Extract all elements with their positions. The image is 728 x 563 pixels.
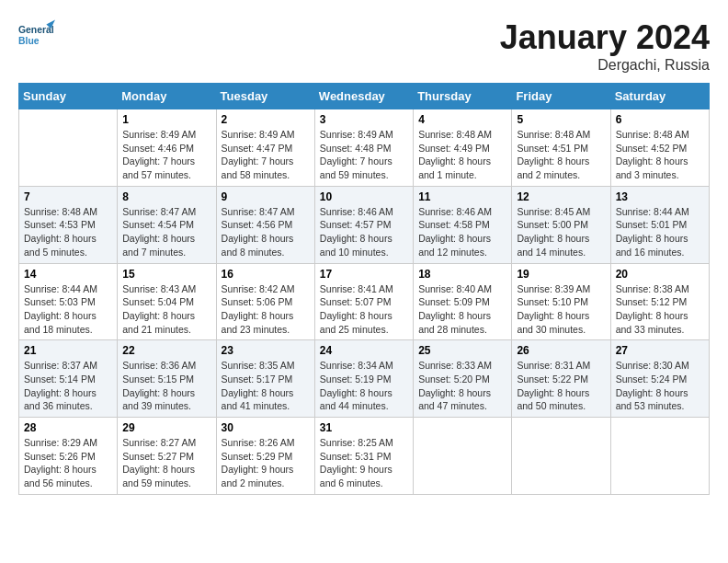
daylight: Daylight: 8 hours and 59 minutes.: [122, 464, 195, 488]
calendar-cell: 8 Sunrise: 8:47 AM Sunset: 4:54 PM Dayli…: [118, 186, 216, 263]
sunset: Sunset: 5:09 PM: [418, 296, 490, 307]
day-info: Sunrise: 8:48 AM Sunset: 4:52 PM Dayligh…: [616, 128, 704, 182]
day-info: Sunrise: 8:43 AM Sunset: 5:04 PM Dayligh…: [122, 282, 210, 337]
daylight: Daylight: 8 hours and 21 minutes.: [122, 310, 195, 335]
sunset: Sunset: 4:54 PM: [122, 219, 194, 230]
calendar-cell: 25 Sunrise: 8:33 AM Sunset: 5:20 PM Dayl…: [414, 340, 512, 418]
day-number: 12: [517, 190, 605, 203]
calendar-cell: 24 Sunrise: 8:34 AM Sunset: 5:19 PM Dayl…: [314, 340, 413, 418]
calendar-cell: 7 Sunrise: 8:48 AM Sunset: 4:53 PM Dayli…: [19, 186, 118, 263]
sunset: Sunset: 4:58 PM: [418, 219, 490, 230]
daylight: Daylight: 9 hours and 2 minutes.: [222, 464, 294, 488]
calendar-cell: 18 Sunrise: 8:40 AM Sunset: 5:09 PM Dayl…: [414, 263, 512, 340]
day-number: 18: [418, 268, 506, 281]
sunset: Sunset: 5:17 PM: [222, 373, 293, 385]
calendar-cell: 1 Sunrise: 8:49 AM Sunset: 4:46 PM Dayli…: [118, 109, 216, 187]
day-number: 7: [24, 190, 112, 203]
day-info: Sunrise: 8:48 AM Sunset: 4:49 PM Dayligh…: [418, 128, 506, 182]
sunrise: Sunrise: 8:37 AM: [24, 360, 97, 371]
day-info: Sunrise: 8:40 AM Sunset: 5:09 PM Dayligh…: [418, 282, 506, 337]
daylight: Daylight: 8 hours and 23 minutes.: [222, 310, 294, 335]
daylight: Daylight: 8 hours and 18 minutes.: [24, 310, 97, 335]
calendar-cell: 21 Sunrise: 8:37 AM Sunset: 5:14 PM Dayl…: [19, 340, 118, 418]
sunset: Sunset: 4:57 PM: [320, 219, 392, 230]
day-number: 17: [320, 268, 408, 281]
day-info: Sunrise: 8:35 AM Sunset: 5:17 PM Dayligh…: [222, 359, 310, 413]
day-number: 22: [122, 344, 210, 357]
daylight: Daylight: 8 hours and 44 minutes.: [320, 387, 392, 412]
day-number: 24: [320, 344, 408, 357]
day-info: Sunrise: 8:44 AM Sunset: 5:01 PM Dayligh…: [616, 205, 704, 259]
daylight: Daylight: 8 hours and 53 minutes.: [616, 387, 688, 412]
day-number: 6: [616, 113, 704, 126]
daylight: Daylight: 9 hours and 6 minutes.: [320, 464, 392, 488]
day-info: Sunrise: 8:47 AM Sunset: 4:54 PM Dayligh…: [122, 205, 210, 259]
sunrise: Sunrise: 8:29 AM: [24, 437, 97, 448]
day-number: 16: [222, 268, 310, 281]
day-info: Sunrise: 8:49 AM Sunset: 4:47 PM Dayligh…: [222, 128, 310, 182]
month-title: January 2024: [500, 18, 710, 57]
day-info: Sunrise: 8:25 AM Sunset: 5:31 PM Dayligh…: [320, 436, 408, 490]
calendar-cell: 19 Sunrise: 8:39 AM Sunset: 5:10 PM Dayl…: [512, 263, 610, 340]
day-number: 30: [222, 421, 310, 434]
sunset: Sunset: 5:00 PM: [517, 219, 588, 230]
calendar-week-row: 28 Sunrise: 8:29 AM Sunset: 5:26 PM Dayl…: [19, 418, 710, 495]
calendar-cell: 22 Sunrise: 8:36 AM Sunset: 5:15 PM Dayl…: [118, 340, 216, 418]
calendar-cell: 3 Sunrise: 8:49 AM Sunset: 4:48 PM Dayli…: [314, 109, 413, 187]
day-number: 14: [24, 268, 112, 281]
daylight: Daylight: 8 hours and 28 minutes.: [418, 310, 491, 335]
daylight: Daylight: 8 hours and 1 minute.: [418, 155, 491, 180]
sunrise: Sunrise: 8:49 AM: [222, 129, 295, 140]
calendar-cell: 13 Sunrise: 8:44 AM Sunset: 5:01 PM Dayl…: [610, 186, 709, 263]
daylight: Daylight: 8 hours and 12 minutes.: [418, 233, 491, 258]
sunset: Sunset: 5:10 PM: [517, 296, 588, 307]
day-number: 31: [320, 421, 408, 434]
daylight: Daylight: 8 hours and 47 minutes.: [418, 387, 491, 412]
page-header: General Blue January 2024 Dergachi, Russ…: [18, 18, 710, 74]
weekday-header-row: Sunday Monday Tuesday Wednesday Thursday…: [19, 84, 710, 109]
sunset: Sunset: 5:20 PM: [418, 373, 490, 385]
sunrise: Sunrise: 8:47 AM: [222, 206, 295, 217]
sunrise: Sunrise: 8:49 AM: [122, 129, 196, 140]
day-info: Sunrise: 8:41 AM Sunset: 5:07 PM Dayligh…: [320, 282, 408, 337]
header-sunday: Sunday: [19, 84, 118, 109]
sunset: Sunset: 5:22 PM: [517, 373, 588, 385]
calendar-cell: [610, 418, 709, 495]
sunrise: Sunrise: 8:35 AM: [222, 360, 295, 371]
day-info: Sunrise: 8:49 AM Sunset: 4:48 PM Dayligh…: [320, 128, 408, 182]
sunset: Sunset: 4:47 PM: [222, 143, 293, 154]
day-info: Sunrise: 8:38 AM Sunset: 5:12 PM Dayligh…: [616, 282, 704, 337]
day-info: Sunrise: 8:42 AM Sunset: 5:06 PM Dayligh…: [222, 282, 310, 337]
day-info: Sunrise: 8:33 AM Sunset: 5:20 PM Dayligh…: [418, 359, 506, 413]
day-info: Sunrise: 8:44 AM Sunset: 5:03 PM Dayligh…: [24, 282, 112, 337]
day-number: 10: [320, 190, 408, 203]
calendar-cell: 5 Sunrise: 8:48 AM Sunset: 4:51 PM Dayli…: [512, 109, 610, 187]
calendar-cell: 20 Sunrise: 8:38 AM Sunset: 5:12 PM Dayl…: [610, 263, 709, 340]
header-friday: Friday: [512, 84, 610, 109]
calendar-cell: 29 Sunrise: 8:27 AM Sunset: 5:27 PM Dayl…: [118, 418, 216, 495]
calendar-cell: 26 Sunrise: 8:31 AM Sunset: 5:22 PM Dayl…: [512, 340, 610, 418]
sunset: Sunset: 4:49 PM: [418, 143, 490, 154]
sunset: Sunset: 5:26 PM: [24, 451, 96, 462]
daylight: Daylight: 8 hours and 30 minutes.: [517, 310, 589, 335]
calendar-cell: 27 Sunrise: 8:30 AM Sunset: 5:24 PM Dayl…: [610, 340, 709, 418]
calendar-cell: 4 Sunrise: 8:48 AM Sunset: 4:49 PM Dayli…: [414, 109, 512, 187]
calendar-cell: 30 Sunrise: 8:26 AM Sunset: 5:29 PM Dayl…: [216, 418, 314, 495]
calendar-cell: [512, 418, 610, 495]
sunset: Sunset: 5:04 PM: [122, 296, 194, 307]
day-info: Sunrise: 8:27 AM Sunset: 5:27 PM Dayligh…: [122, 436, 210, 490]
calendar-table: Sunday Monday Tuesday Wednesday Thursday…: [18, 83, 710, 495]
day-number: 4: [418, 113, 506, 126]
day-info: Sunrise: 8:36 AM Sunset: 5:15 PM Dayligh…: [122, 359, 210, 413]
daylight: Daylight: 8 hours and 8 minutes.: [222, 233, 294, 258]
daylight: Daylight: 8 hours and 41 minutes.: [222, 387, 294, 412]
calendar-cell: 12 Sunrise: 8:45 AM Sunset: 5:00 PM Dayl…: [512, 186, 610, 263]
sunset: Sunset: 4:53 PM: [24, 219, 96, 230]
day-number: 11: [418, 190, 506, 203]
daylight: Daylight: 8 hours and 56 minutes.: [24, 464, 97, 488]
calendar-cell: 2 Sunrise: 8:49 AM Sunset: 4:47 PM Dayli…: [216, 109, 314, 187]
sunset: Sunset: 5:03 PM: [24, 296, 96, 307]
day-info: Sunrise: 8:49 AM Sunset: 4:46 PM Dayligh…: [122, 128, 210, 182]
sunrise: Sunrise: 8:49 AM: [320, 129, 393, 140]
sunset: Sunset: 5:01 PM: [616, 219, 688, 230]
